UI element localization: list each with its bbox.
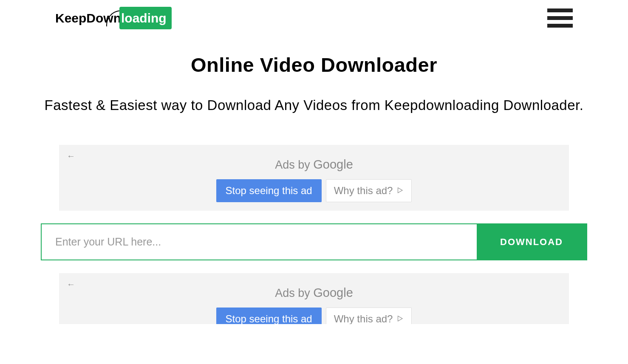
ad-banner-bottom: ← Ads by Google Stop seeing this ad Why … — [59, 273, 569, 324]
ad-label: Ads by Google — [67, 286, 561, 300]
svg-marker-0 — [398, 188, 403, 193]
ad-label-prefix: Ads by — [275, 158, 313, 171]
why-ad-label: Why this ad? — [334, 313, 393, 324]
back-arrow-icon[interactable]: ← — [67, 151, 75, 161]
why-ad-button[interactable]: Why this ad? — [326, 179, 412, 202]
adchoices-icon — [396, 185, 404, 197]
download-button[interactable]: DOWNLOAD — [477, 224, 586, 260]
hamburger-menu-icon[interactable] — [547, 8, 573, 28]
why-ad-label: Why this ad? — [334, 185, 393, 197]
stop-ad-button[interactable]: Stop seeing this ad — [216, 179, 322, 202]
ad-buttons: Stop seeing this ad Why this ad? — [67, 179, 561, 202]
url-input[interactable] — [42, 224, 477, 260]
ad-buttons: Stop seeing this ad Why this ad? — [67, 308, 561, 324]
page-subtitle: Fastest & Easiest way to Download Any Vi… — [13, 93, 615, 117]
ad-label-prefix: Ads by — [275, 287, 313, 299]
url-form: DOWNLOAD — [41, 223, 587, 260]
header: KeepDownloading — [0, 0, 628, 36]
back-arrow-icon[interactable]: ← — [67, 279, 75, 289]
svg-marker-1 — [398, 316, 403, 321]
logo-part-down: Down — [86, 11, 121, 25]
why-ad-button[interactable]: Why this ad? — [326, 308, 412, 324]
logo-part-keep: Keep — [55, 11, 86, 25]
page-title: Online Video Downloader — [13, 53, 615, 76]
logo[interactable]: KeepDownloading — [55, 11, 172, 25]
stop-ad-button[interactable]: Stop seeing this ad — [216, 308, 322, 324]
logo-part-loading: loading — [119, 7, 172, 29]
ad-label-brand: Google — [313, 286, 353, 299]
logo-text: KeepDownloading — [55, 11, 172, 25]
ad-banner-top: ← Ads by Google Stop seeing this ad Why … — [59, 145, 569, 211]
adchoices-icon — [396, 313, 404, 324]
ad-label: Ads by Google — [67, 158, 561, 172]
main-content: Online Video Downloader Fastest & Easies… — [0, 36, 628, 324]
ad-label-brand: Google — [313, 158, 353, 171]
